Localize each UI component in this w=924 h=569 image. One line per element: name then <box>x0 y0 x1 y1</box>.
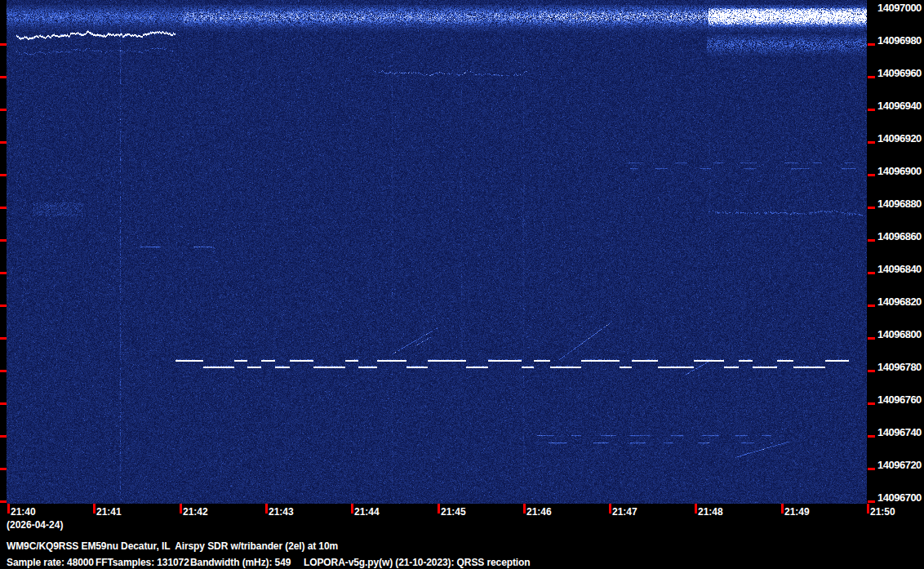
freq-tick-label: 14096700 <box>877 491 922 505</box>
freq-tick-label: 14096820 <box>877 296 922 309</box>
freq-tick-label: 14096840 <box>877 263 922 276</box>
freq-tick-label: 14096860 <box>877 230 922 243</box>
freq-tick-mark-right <box>868 207 875 209</box>
freq-tick-mark-right <box>868 468 875 470</box>
freq-tick-mark-right <box>868 76 875 78</box>
time-tick-mark <box>7 504 10 513</box>
freq-tick-label: 14096800 <box>877 328 922 341</box>
time-tick-mark <box>438 504 440 513</box>
freq-tick-mark-left <box>0 337 7 340</box>
freq-tick-mark-left <box>0 468 7 470</box>
freq-tick-mark-left <box>0 174 7 176</box>
time-tick-label: 21:45 <box>441 506 466 518</box>
time-tick-label: 21:44 <box>354 506 380 518</box>
freq-tick-label: 14096900 <box>877 165 922 178</box>
spectrogram-canvas <box>7 0 867 504</box>
freq-tick-mark-left <box>0 239 7 242</box>
freq-tick-mark-right <box>868 435 875 438</box>
freq-tick-label: 14096880 <box>877 198 922 211</box>
freq-tick-mark-left <box>0 141 7 144</box>
freq-tick-mark-right <box>868 370 875 372</box>
freq-tick-label: 14096780 <box>877 361 922 374</box>
freq-tick-mark-left <box>0 305 7 307</box>
time-tick-label: 21:41 <box>96 506 122 518</box>
time-tick-label: 21:49 <box>784 506 810 518</box>
freq-tick-label: 14096740 <box>877 426 922 439</box>
freq-tick-mark-right <box>868 337 875 340</box>
freq-tick-label: 14096920 <box>877 132 922 145</box>
freq-tick-mark-left <box>0 500 7 503</box>
freq-tick-mark-left <box>0 370 7 372</box>
fft-samples-text: FFTsamples: 131072 <box>96 557 189 568</box>
freq-tick-mark-right <box>868 305 875 307</box>
freq-tick-mark-right <box>868 402 875 405</box>
freq-tick-mark-right <box>868 239 875 242</box>
freq-tick-mark-right <box>868 43 875 46</box>
time-tick-label: 21:42 <box>183 506 208 518</box>
freq-tick-mark-left <box>0 207 7 209</box>
freq-tick-mark-left <box>0 272 7 274</box>
time-tick-mark <box>93 504 96 513</box>
time-tick-mark <box>523 504 526 513</box>
station-info-line: WM9C/KQ9RSS EM59nu Decatur, IL Airspy SD… <box>7 540 338 552</box>
time-tick-mark <box>609 504 611 513</box>
time-tick-label: 21:40 <box>11 506 36 518</box>
freq-tick-mark-right <box>868 174 875 176</box>
freq-tick-mark-left <box>0 435 7 438</box>
freq-tick-mark-right <box>868 272 875 274</box>
time-tick-mark <box>351 504 353 513</box>
freq-tick-mark-left <box>0 402 7 405</box>
freq-tick-label: 14096940 <box>877 100 922 113</box>
freq-tick-mark-right <box>868 500 875 503</box>
time-tick-label: 21:46 <box>526 506 552 518</box>
time-tick-mark <box>867 504 869 513</box>
freq-tick-label: 14096980 <box>877 34 922 47</box>
freq-tick-mark-right <box>868 141 875 144</box>
bandwidth-text: Bandwidth (mHz): 549 <box>190 557 291 568</box>
sample-rate-text: Sample rate: 48000 <box>7 557 94 568</box>
time-tick-mark <box>265 504 268 513</box>
freq-tick-label: 14096720 <box>877 459 922 472</box>
freq-tick-label: 14097000 <box>877 2 922 15</box>
freq-tick-mark-left <box>0 43 7 46</box>
time-tick-label: 21:43 <box>269 506 294 518</box>
freq-tick-label: 14096960 <box>877 67 922 80</box>
freq-tick-mark-left <box>0 76 7 78</box>
program-text: LOPORA-v5g.py(w) (21-10-2023): QRSS rece… <box>304 557 531 568</box>
time-tick-label: 21:48 <box>698 506 723 518</box>
freq-tick-label: 14096760 <box>877 393 922 407</box>
date-annotation: (2026-04-24) <box>7 519 63 531</box>
qrss-grabber-screen: 1409700014096980140969601409694014096920… <box>0 0 924 569</box>
freq-tick-mark-left <box>0 109 7 111</box>
time-tick-mark <box>695 504 697 513</box>
time-tick-label: 21:50 <box>870 506 895 518</box>
time-tick-mark <box>781 504 784 513</box>
time-tick-mark <box>180 504 182 513</box>
freq-tick-mark-right <box>868 109 875 111</box>
time-tick-label: 21:47 <box>612 506 637 518</box>
